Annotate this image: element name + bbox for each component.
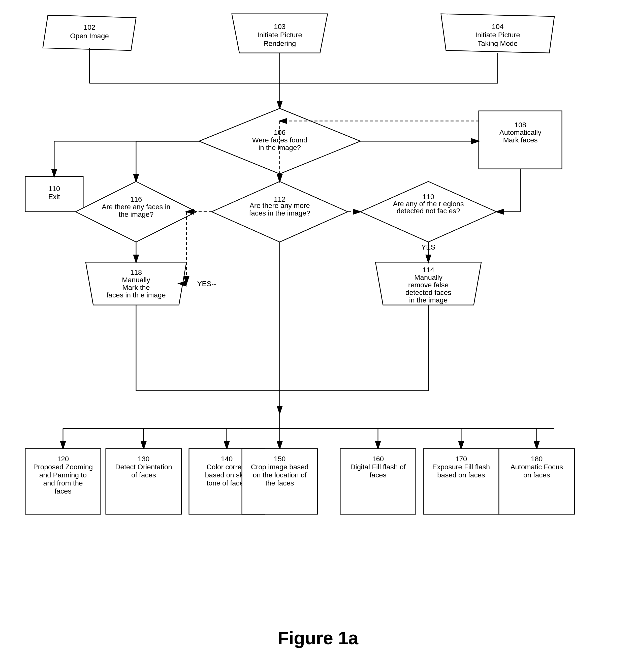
node-116-id: 116 xyxy=(130,195,142,203)
node-120-label1: Proposed Zooming xyxy=(33,463,93,471)
node-103-id: 103 xyxy=(274,23,286,31)
node-116-label2: the image? xyxy=(119,211,154,218)
node-114-label1: Manually xyxy=(414,274,442,281)
node-114-label4: in the image xyxy=(409,296,448,304)
node-110regions-label1: Are any of the r egions xyxy=(393,200,464,208)
node-103-label2: Rendering xyxy=(263,40,296,47)
node-108-label1: Automatically xyxy=(499,129,541,136)
yes-label-112: YES-- xyxy=(197,280,216,288)
node-118-label2: Mark the xyxy=(122,283,150,291)
node-180-id: 180 xyxy=(531,455,543,463)
node-108-label2: Mark faces xyxy=(503,136,538,144)
node-160-id: 160 xyxy=(372,455,384,463)
node-118-id: 118 xyxy=(130,269,142,276)
node-102-label: Open Image xyxy=(70,32,109,40)
node-150-label2: on the location of xyxy=(253,471,306,479)
node-150-id: 150 xyxy=(274,455,286,463)
node-104-id: 104 xyxy=(492,23,504,31)
node-170-label2: based on faces xyxy=(437,471,485,479)
figure-label: Figure 1a xyxy=(0,617,636,664)
node-180-label1: Automatic Focus xyxy=(511,463,563,471)
node-180-label2: on faces xyxy=(523,471,550,479)
node-108-id: 108 xyxy=(515,121,526,129)
node-130-label2: of faces xyxy=(131,471,156,479)
node-110regions-id: 110 xyxy=(422,193,434,201)
node-110exit-id: 110 xyxy=(48,185,60,193)
node-114-label2: remove false xyxy=(408,281,449,289)
node-140-id: 140 xyxy=(221,455,233,463)
node-120-label2: and Panning to xyxy=(39,471,87,479)
node-112-label2: faces in the image? xyxy=(249,209,311,217)
node-170-id: 170 xyxy=(455,455,467,463)
node-104-label2: Taking Mode xyxy=(478,40,518,47)
node-110exit-label: Exit xyxy=(48,193,60,201)
node-140-label3: tone of faces xyxy=(206,479,247,487)
node-118-label3: faces in th e image xyxy=(106,291,165,299)
node-116-label1: Are there any faces in xyxy=(102,203,170,211)
node-104-label1: Initiate Picture xyxy=(475,31,520,39)
node-150-label1: Crop image based xyxy=(251,463,309,471)
node-120-label3: and from the xyxy=(43,479,83,487)
node-140-label1: Color correct xyxy=(206,463,247,471)
node-112-label1: Are there any more xyxy=(250,202,310,210)
node-120-label4: faces xyxy=(55,487,72,495)
node-130-label1: Detect Orientation xyxy=(115,463,172,471)
diagram-container: 102 Open Image 103 Initiate Picture Rend… xyxy=(0,0,636,617)
node-114-id: 114 xyxy=(422,266,434,274)
node-114-label3: detected faces xyxy=(405,289,451,296)
node-118-label1: Manually xyxy=(122,276,150,284)
node-150-label3: the faces xyxy=(265,479,294,487)
node-160-label1: Digital Fill flash of xyxy=(350,463,406,471)
node-130-id: 130 xyxy=(138,455,150,463)
node-102-id: 102 xyxy=(84,23,96,31)
node-120-id: 120 xyxy=(57,455,69,463)
node-160-label2: faces xyxy=(370,471,386,479)
node-110regions-label2: detected not fac es? xyxy=(397,207,460,215)
node-103-label1: Initiate Picture xyxy=(257,31,302,39)
node-170-label1: Exposure Fill flash xyxy=(432,463,490,471)
